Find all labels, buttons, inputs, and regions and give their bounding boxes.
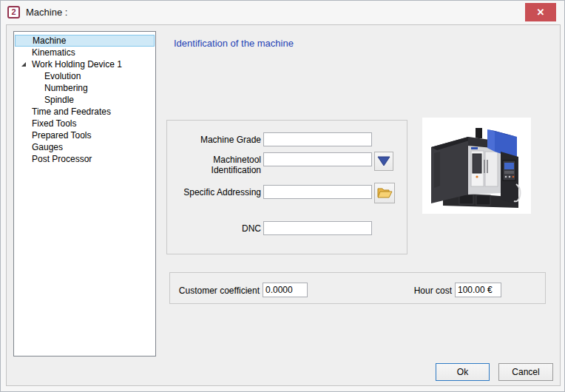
tree-item-time-and-feedrates[interactable]: Time and Feedrates (15, 106, 155, 118)
tree-item-label: Time and Feedrates (32, 106, 111, 118)
machine-grade-label: Machine Grade (167, 135, 261, 145)
machinetool-identification-input[interactable] (263, 152, 372, 166)
tree-item-prepared-tools[interactable]: Prepared Tools (15, 129, 155, 141)
dialog-body: MachineKinematicsWork Holding Device 1Ev… (6, 24, 561, 386)
page-title: Identification of the machine (174, 38, 294, 49)
cancel-button[interactable]: Cancel (498, 363, 553, 381)
customer-coefficient-label: Customer coefficient (170, 285, 260, 296)
ok-button[interactable]: Ok (436, 363, 490, 381)
tree-item-kinematics[interactable]: Kinematics (15, 47, 155, 58)
window-title: Machine : (26, 7, 67, 18)
open-folder-icon (376, 186, 393, 200)
tree-item-label: Numbering (44, 82, 88, 94)
tree-item-post-processor[interactable]: Post Processor (15, 153, 155, 165)
app-logo-icon: 2 (7, 6, 20, 18)
tree-item-fixed-tools[interactable]: Fixed Tools (15, 118, 155, 129)
close-icon: ✕ (537, 7, 545, 18)
tree-item-label: Gauges (32, 141, 63, 153)
close-button[interactable]: ✕ (525, 3, 556, 21)
specific-addressing-label: Specific Addressing (167, 187, 261, 197)
machinetool-dropdown-button[interactable] (374, 152, 393, 171)
tree-item-label: Evolution (44, 70, 81, 82)
tree-item-label: Machine (33, 36, 66, 46)
tree-item-gauges[interactable]: Gauges (15, 141, 155, 153)
machinetool-identification-label: Machinetool Identification (167, 155, 261, 175)
app-logo-glyph: 2 (11, 8, 16, 16)
tree-list: MachineKinematicsWork Holding Device 1Ev… (13, 31, 156, 356)
specific-addressing-input[interactable] (263, 185, 372, 199)
tree-item-numbering[interactable]: Numbering (15, 82, 155, 94)
title-bar: 2 Machine : ✕ (1, 1, 564, 24)
hour-cost-input[interactable] (455, 283, 501, 297)
tree-item-label: Spindle (44, 94, 74, 106)
machine-grade-input[interactable] (263, 132, 372, 146)
tree-item-label: Kinematics (32, 47, 75, 58)
browse-folder-button[interactable] (374, 183, 395, 203)
tree-item-machine[interactable]: Machine (15, 35, 155, 47)
tree-item-work-holding-device-1[interactable]: Work Holding Device 1 (15, 58, 155, 70)
hour-cost-label: Hour cost (362, 285, 452, 296)
tree-item-label: Work Holding Device 1 (32, 58, 122, 70)
tree-item-spindle[interactable]: Spindle (15, 94, 155, 106)
machine-dialog: 2 Machine : ✕ MachineKinematicsWork Hold… (0, 0, 565, 392)
machine-photo (422, 118, 531, 214)
costs-groupbox: Customer coefficient Hour cost (169, 272, 546, 304)
dnc-input[interactable] (263, 221, 372, 235)
dropdown-arrow-icon (377, 156, 390, 166)
customer-coefficient-input[interactable] (263, 283, 308, 297)
tree-expanded-icon[interactable] (21, 61, 27, 67)
tree-item-label: Post Processor (32, 153, 92, 165)
tree-item-label: Fixed Tools (32, 118, 76, 129)
identification-groupbox: Machine Grade Machinetool Identification… (166, 120, 407, 254)
tree-item-label: Prepared Tools (32, 129, 92, 141)
tree-item-evolution[interactable]: Evolution (15, 70, 155, 82)
dnc-label: DNC (167, 223, 261, 234)
